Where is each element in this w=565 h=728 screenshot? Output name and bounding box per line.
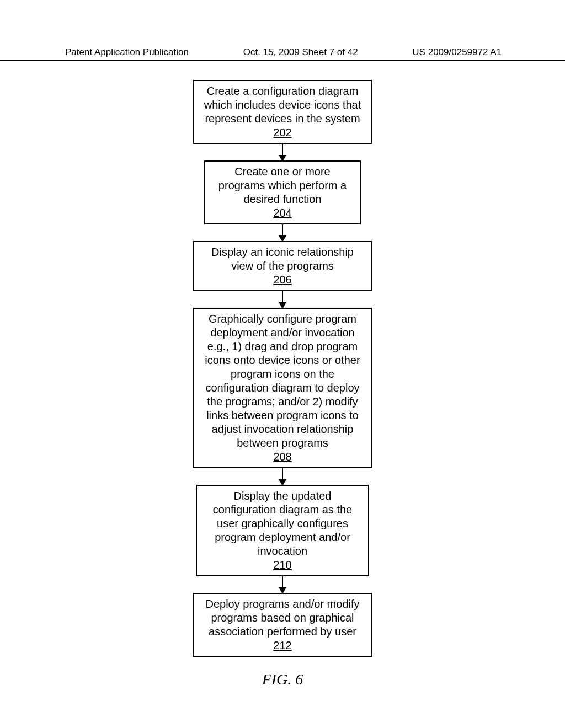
flow-box-text: Graphically configure program deployment… bbox=[205, 313, 360, 449]
header-right: US 2009/0259972 A1 bbox=[412, 47, 502, 58]
flow-box-ref: 204 bbox=[273, 206, 291, 220]
flow-box-ref: 210 bbox=[273, 558, 291, 572]
flow-box-212: Deploy programs and/or modify programs b… bbox=[193, 593, 372, 657]
flow-box-ref: 206 bbox=[273, 273, 291, 287]
flow-box-ref: 202 bbox=[273, 126, 291, 140]
page-header: Patent Application Publication Oct. 15, … bbox=[0, 47, 565, 61]
flow-box-text: Display an iconic relationship view of t… bbox=[211, 246, 354, 272]
arrow-down-icon bbox=[282, 468, 283, 485]
flowchart: Create a configuration diagram which inc… bbox=[0, 80, 565, 688]
flow-box-208: Graphically configure program deployment… bbox=[193, 308, 372, 468]
arrow-down-icon bbox=[282, 224, 283, 241]
figure-label: FIG. 6 bbox=[262, 671, 303, 688]
flow-box-text: Create one or more programs which perfor… bbox=[218, 165, 347, 205]
header-left: Patent Application Publication bbox=[65, 47, 189, 58]
flow-box-206: Display an iconic relationship view of t… bbox=[193, 241, 372, 291]
flow-box-202: Create a configuration diagram which inc… bbox=[193, 80, 372, 144]
flow-box-ref: 208 bbox=[273, 450, 291, 464]
flow-box-text: Deploy programs and/or modify programs b… bbox=[205, 598, 359, 638]
arrow-down-icon bbox=[282, 291, 283, 308]
flow-box-ref: 212 bbox=[273, 639, 291, 652]
flow-box-210: Display the updated configuration diagra… bbox=[196, 485, 369, 576]
arrow-down-icon bbox=[282, 144, 283, 160]
flow-box-text: Create a configuration diagram which inc… bbox=[204, 85, 361, 125]
flow-box-text: Display the updated configuration diagra… bbox=[213, 490, 352, 557]
arrow-down-icon bbox=[282, 576, 283, 593]
header-center: Oct. 15, 2009 Sheet 7 of 42 bbox=[243, 47, 358, 58]
flow-box-204: Create one or more programs which perfor… bbox=[204, 160, 361, 224]
